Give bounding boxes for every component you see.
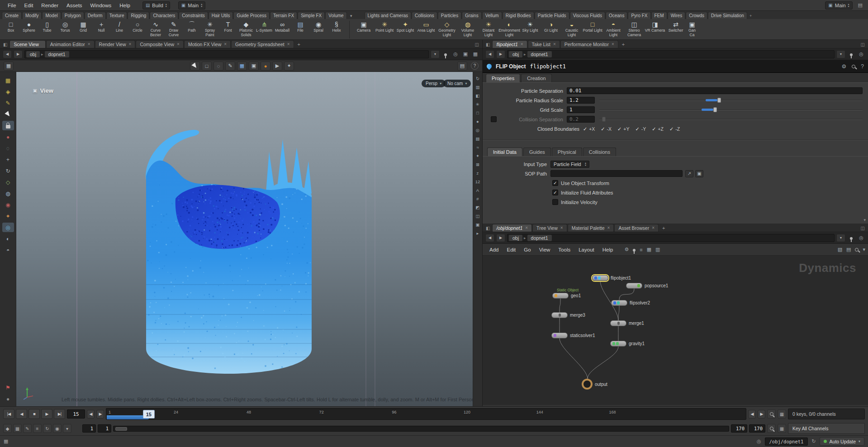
color-palette-icon[interactable]: ▧ [838,247,842,252]
breadcrumb-root[interactable]: obj [26,51,40,57]
shelf-tab[interactable]: Rigging [128,12,149,19]
particle-separation-field[interactable]: 0.01 [567,87,863,94]
network-node-staticsolver1[interactable]: staticsolver1 [551,333,595,338]
grid-scale-field[interactable]: 1 [567,106,595,113]
menu-item[interactable]: Render [37,2,62,9]
display-option[interactable]: ◩ [476,204,480,210]
menu-item[interactable]: Windows [86,2,116,9]
shelf-tab[interactable]: Texture [106,12,128,19]
shelf-tool[interactable]: □ Box [2,20,20,39]
shelf-tab[interactable]: Hair Utils [209,12,233,19]
spinner-icon[interactable]: ▴▾ [848,3,849,8]
slider-handle[interactable] [717,98,721,103]
pane-tab[interactable]: Asset Browser × [614,224,659,232]
particle-radius-scale-slider[interactable] [599,97,863,104]
display-option[interactable]: ✦ [476,153,479,159]
breadcrumb-root[interactable]: obj [509,235,522,241]
boundary-checkbox[interactable]: ✓ +X [583,126,595,132]
shelf-tab[interactable]: Simple FX [298,12,325,19]
pane-tab[interactable]: Material Palette × [568,224,614,232]
shelf-tab[interactable]: Oceans [606,12,627,19]
breadcrumb[interactable]: obj ▸ dopnet1 [24,50,429,58]
node-tile[interactable] [592,275,608,281]
range-start-field[interactable]: 1 [82,424,96,433]
pane-split-icon[interactable]: ◫ [473,42,481,48]
network-menu-item[interactable]: Edit [503,246,520,253]
status-menu-icon[interactable]: ▦ [4,438,8,444]
display-option[interactable]: ↻ [476,76,479,81]
shelf-tool[interactable]: ▤ File [291,20,309,39]
network-menu-item[interactable]: Tools [554,246,574,253]
follow-selection-icon[interactable]: ◎ [857,235,865,241]
playbar-option[interactable]: ✎ [23,424,32,433]
viewport-tool[interactable]: ✎ [2,98,14,108]
shelf-tool[interactable]: ▯ Tube [38,20,56,39]
add-pane-tab-button[interactable]: + [619,41,628,48]
display-option[interactable]: ▸ [477,230,479,236]
shelf-tool[interactable]: □ Portal Light [582,20,603,39]
display-option[interactable]: ▤ [476,136,480,142]
viewport-toolbar-icon[interactable]: ▶ [272,62,282,71]
recook-icon[interactable]: ↻ [811,438,816,444]
pane-tab[interactable]: Animation Editor × [46,40,95,48]
param-label[interactable]: Grid Scale [483,107,567,113]
menu-item[interactable]: Edit [20,2,38,9]
sop-path-field[interactable] [550,170,683,177]
forward-button[interactable]: ▶ [496,234,505,242]
shelf-tab[interactable]: Constraints [179,12,208,19]
notes-icon[interactable]: ▤ [846,247,851,252]
layout-grid-icon[interactable]: ▦ [4,62,14,71]
viewport-toolbar-icon[interactable]: ✎ [225,62,235,71]
pin-network-icon[interactable] [633,247,636,252]
pane-tab[interactable]: Tree View × [532,224,567,232]
projection-dropdown[interactable]: Persp▾ [422,80,446,87]
parameter-sub-tab[interactable]: Initial Data [487,147,522,156]
network-menu-item[interactable]: Help [598,246,617,253]
shelf-tab[interactable]: Grains [462,12,481,19]
shelf-tab[interactable]: Terrain FX [270,12,297,19]
parameter-sub-tab[interactable]: Physical [552,147,582,156]
scene-selector[interactable]: ▣ Main ▴▾ [178,1,205,10]
parameter-tab[interactable]: Creation [521,74,552,82]
shelf-tool[interactable]: ∞ Metaball [273,20,291,39]
node-tile[interactable] [626,283,642,289]
display-option[interactable]: ◎ [476,127,479,133]
shelf-tab[interactable]: Model [42,12,61,19]
shelf-tab[interactable]: Collisions [412,12,437,19]
parameter-tab[interactable]: Properties [486,74,520,82]
stowbar-icon[interactable]: ▤ [457,62,467,71]
close-icon[interactable]: × [553,43,556,46]
transport-button[interactable]: ▶| [54,409,65,419]
back-button[interactable]: ◀ [485,50,494,58]
list-mode-icon[interactable]: ≡ [640,247,642,252]
shelf-tool[interactable]: T Font [219,20,237,39]
shelf-tool[interactable]: ☀ Sky Light [520,20,541,39]
transport-button[interactable]: |◀ [3,409,14,419]
toggle-checkbox[interactable]: ✓ [552,180,558,186]
network-editor-canvas[interactable]: Dynamics flipobject1popsource1geo1Static… [483,256,868,405]
node-tile[interactable] [582,379,593,390]
key-all-channels-button[interactable]: Key All Channels [788,423,865,434]
shelf-tab[interactable]: Viscous Fluids [570,12,605,19]
viewport-tool[interactable]: + [2,155,14,164]
close-icon[interactable]: × [287,43,290,46]
toggle-checkbox[interactable] [552,199,558,205]
network-menu-item[interactable]: Layout [574,246,598,253]
shelf-tool[interactable]: ∿ Curve Bezier [147,20,165,39]
viewport-tool[interactable]: ◎ [2,223,14,232]
viewport-tool[interactable]: ◈ [2,87,14,96]
collision-separation-checkbox[interactable] [491,116,497,122]
shelf-tool[interactable]: ◆ Platonic Solids [237,20,255,39]
viewport-tool[interactable] [2,109,14,119]
toggle-checkbox[interactable]: ✓ [552,190,558,195]
playbar-option[interactable]: ▾ [63,424,71,433]
breadcrumb-root[interactable]: obj [509,51,522,57]
playbar-option[interactable]: ◉ [53,424,62,433]
shelf-tab[interactable]: Drive Simulation [708,12,747,19]
viewport-tool[interactable]: ▦ [2,76,14,85]
viewport-toolbar-icon[interactable]: ● [261,62,270,71]
forward-button[interactable]: ▶ [496,50,505,58]
node-name-field[interactable]: flipobject1 [530,63,565,70]
breadcrumb-node[interactable]: dopnet1 [527,235,552,241]
shelf-tool[interactable]: ◓ Ambient Light [603,20,624,39]
